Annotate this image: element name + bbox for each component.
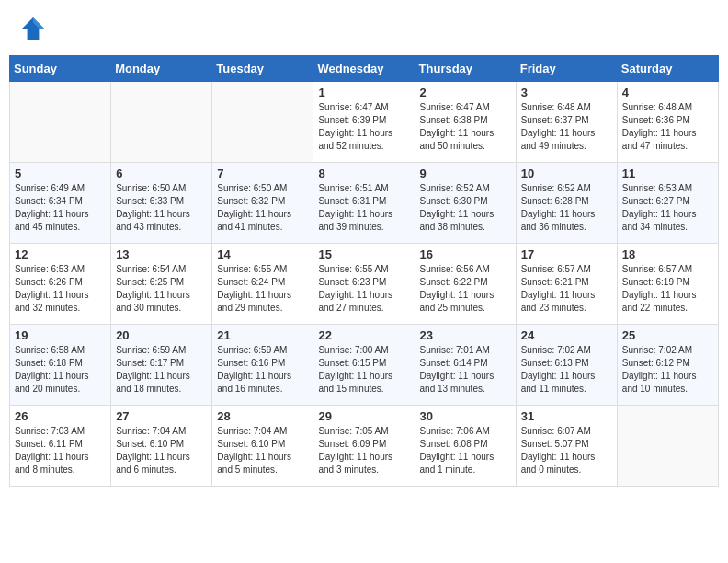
calendar-cell: 1Sunrise: 6:47 AM Sunset: 6:39 PM Daylig… [313,82,415,163]
day-number: 21 [217,328,308,342]
calendar-cell: 18Sunrise: 6:57 AM Sunset: 6:19 PM Dayli… [617,244,718,325]
day-info: Sunrise: 6:54 AM Sunset: 6:25 PM Dayligh… [116,263,207,315]
day-info: Sunrise: 7:05 AM Sunset: 6:09 PM Dayligh… [318,425,409,477]
day-info: Sunrise: 6:53 AM Sunset: 6:27 PM Dayligh… [622,182,713,234]
calendar-cell: 9Sunrise: 6:52 AM Sunset: 6:30 PM Daylig… [415,163,516,244]
day-number: 10 [521,167,612,180]
calendar-dow-friday: Friday [516,56,617,82]
calendar-cell: 17Sunrise: 6:57 AM Sunset: 6:21 PM Dayli… [516,244,617,325]
day-number: 16 [420,247,511,261]
day-number: 19 [15,328,106,342]
calendar-header-row: SundayMondayTuesdayWednesdayThursdayFrid… [10,56,719,82]
calendar-week-1: 1Sunrise: 6:47 AM Sunset: 6:39 PM Daylig… [10,82,719,163]
logo [18,14,51,43]
calendar-dow-thursday: Thursday [415,56,516,82]
calendar-cell: 11Sunrise: 6:53 AM Sunset: 6:27 PM Dayli… [617,163,718,244]
day-info: Sunrise: 6:53 AM Sunset: 6:26 PM Dayligh… [15,263,106,315]
day-info: Sunrise: 6:56 AM Sunset: 6:22 PM Dayligh… [420,263,511,315]
calendar-cell: 30Sunrise: 7:06 AM Sunset: 6:08 PM Dayli… [415,406,516,487]
day-info: Sunrise: 7:02 AM Sunset: 6:13 PM Dayligh… [521,344,612,396]
day-info: Sunrise: 6:49 AM Sunset: 6:34 PM Dayligh… [15,182,106,234]
calendar-cell [111,82,212,163]
day-number: 24 [521,328,612,342]
day-number: 28 [217,409,308,423]
calendar-week-5: 26Sunrise: 7:03 AM Sunset: 6:11 PM Dayli… [10,406,719,487]
day-number: 15 [318,247,409,261]
calendar-cell: 26Sunrise: 7:03 AM Sunset: 6:11 PM Dayli… [10,406,111,487]
day-number: 26 [15,409,106,423]
day-number: 2 [420,86,511,99]
calendar-dow-sunday: Sunday [10,56,111,82]
day-info: Sunrise: 6:48 AM Sunset: 6:36 PM Dayligh… [622,101,713,153]
calendar-dow-tuesday: Tuesday [212,56,313,82]
day-info: Sunrise: 6:50 AM Sunset: 6:33 PM Dayligh… [116,182,207,234]
day-info: Sunrise: 7:00 AM Sunset: 6:15 PM Dayligh… [318,344,409,396]
day-info: Sunrise: 6:59 AM Sunset: 6:17 PM Dayligh… [116,344,207,396]
day-info: Sunrise: 6:47 AM Sunset: 6:39 PM Dayligh… [318,101,409,153]
day-number: 12 [15,247,106,261]
day-info: Sunrise: 6:51 AM Sunset: 6:31 PM Dayligh… [318,182,409,234]
day-info: Sunrise: 7:02 AM Sunset: 6:12 PM Dayligh… [622,344,713,396]
day-info: Sunrise: 6:58 AM Sunset: 6:18 PM Dayligh… [15,344,106,396]
day-info: Sunrise: 7:01 AM Sunset: 6:14 PM Dayligh… [420,344,511,396]
calendar-cell: 10Sunrise: 6:52 AM Sunset: 6:28 PM Dayli… [516,163,617,244]
day-info: Sunrise: 7:06 AM Sunset: 6:08 PM Dayligh… [420,425,511,477]
day-number: 3 [521,86,612,99]
calendar-cell: 31Sunrise: 6:07 AM Sunset: 5:07 PM Dayli… [516,406,617,487]
calendar-cell: 8Sunrise: 6:51 AM Sunset: 6:31 PM Daylig… [313,163,415,244]
day-number: 23 [420,328,511,342]
day-number: 27 [116,409,207,423]
calendar-cell: 25Sunrise: 7:02 AM Sunset: 6:12 PM Dayli… [617,325,718,406]
day-number: 1 [318,86,409,99]
calendar-cell: 23Sunrise: 7:01 AM Sunset: 6:14 PM Dayli… [415,325,516,406]
calendar-cell: 4Sunrise: 6:48 AM Sunset: 6:36 PM Daylig… [617,82,718,163]
calendar-cell: 16Sunrise: 6:56 AM Sunset: 6:22 PM Dayli… [415,244,516,325]
calendar-cell: 6Sunrise: 6:50 AM Sunset: 6:33 PM Daylig… [111,163,212,244]
calendar-cell: 5Sunrise: 6:49 AM Sunset: 6:34 PM Daylig… [10,163,111,244]
calendar-cell: 20Sunrise: 6:59 AM Sunset: 6:17 PM Dayli… [111,325,212,406]
day-info: Sunrise: 6:52 AM Sunset: 6:30 PM Dayligh… [420,182,511,234]
day-number: 25 [622,328,713,342]
day-number: 20 [116,328,207,342]
logo-icon [18,14,48,43]
calendar-cell: 27Sunrise: 7:04 AM Sunset: 6:10 PM Dayli… [111,406,212,487]
calendar-cell: 22Sunrise: 7:00 AM Sunset: 6:15 PM Dayli… [313,325,415,406]
day-info: Sunrise: 6:55 AM Sunset: 6:23 PM Dayligh… [318,263,409,315]
calendar-week-3: 12Sunrise: 6:53 AM Sunset: 6:26 PM Dayli… [10,244,719,325]
day-number: 18 [622,247,713,261]
calendar-cell: 19Sunrise: 6:58 AM Sunset: 6:18 PM Dayli… [10,325,111,406]
calendar-cell: 28Sunrise: 7:04 AM Sunset: 6:10 PM Dayli… [212,406,313,487]
day-number: 11 [622,167,713,180]
day-number: 31 [521,409,612,423]
calendar-dow-monday: Monday [111,56,212,82]
calendar-dow-saturday: Saturday [617,56,718,82]
day-info: Sunrise: 7:04 AM Sunset: 6:10 PM Dayligh… [217,425,308,477]
day-info: Sunrise: 6:55 AM Sunset: 6:24 PM Dayligh… [217,263,308,315]
day-info: Sunrise: 6:07 AM Sunset: 5:07 PM Dayligh… [521,425,612,477]
calendar-cell: 2Sunrise: 6:47 AM Sunset: 6:38 PM Daylig… [415,82,516,163]
day-number: 17 [521,247,612,261]
day-info: Sunrise: 6:57 AM Sunset: 6:19 PM Dayligh… [622,263,713,315]
calendar-cell: 7Sunrise: 6:50 AM Sunset: 6:32 PM Daylig… [212,163,313,244]
calendar-cell: 14Sunrise: 6:55 AM Sunset: 6:24 PM Dayli… [212,244,313,325]
calendar-week-4: 19Sunrise: 6:58 AM Sunset: 6:18 PM Dayli… [10,325,719,406]
calendar-dow-wednesday: Wednesday [313,56,415,82]
calendar-cell [212,82,313,163]
day-number: 6 [116,167,207,180]
calendar-cell [617,406,718,487]
day-info: Sunrise: 7:03 AM Sunset: 6:11 PM Dayligh… [15,425,106,477]
calendar-cell: 3Sunrise: 6:48 AM Sunset: 6:37 PM Daylig… [516,82,617,163]
calendar-cell: 12Sunrise: 6:53 AM Sunset: 6:26 PM Dayli… [10,244,111,325]
day-info: Sunrise: 6:48 AM Sunset: 6:37 PM Dayligh… [521,101,612,153]
page-header [9,9,719,48]
day-number: 30 [420,409,511,423]
day-info: Sunrise: 6:59 AM Sunset: 6:16 PM Dayligh… [217,344,308,396]
day-info: Sunrise: 6:50 AM Sunset: 6:32 PM Dayligh… [217,182,308,234]
day-number: 14 [217,247,308,261]
day-number: 29 [318,409,409,423]
day-number: 5 [15,167,106,180]
day-number: 22 [318,328,409,342]
day-info: Sunrise: 6:57 AM Sunset: 6:21 PM Dayligh… [521,263,612,315]
calendar-cell: 15Sunrise: 6:55 AM Sunset: 6:23 PM Dayli… [313,244,415,325]
day-info: Sunrise: 6:52 AM Sunset: 6:28 PM Dayligh… [521,182,612,234]
